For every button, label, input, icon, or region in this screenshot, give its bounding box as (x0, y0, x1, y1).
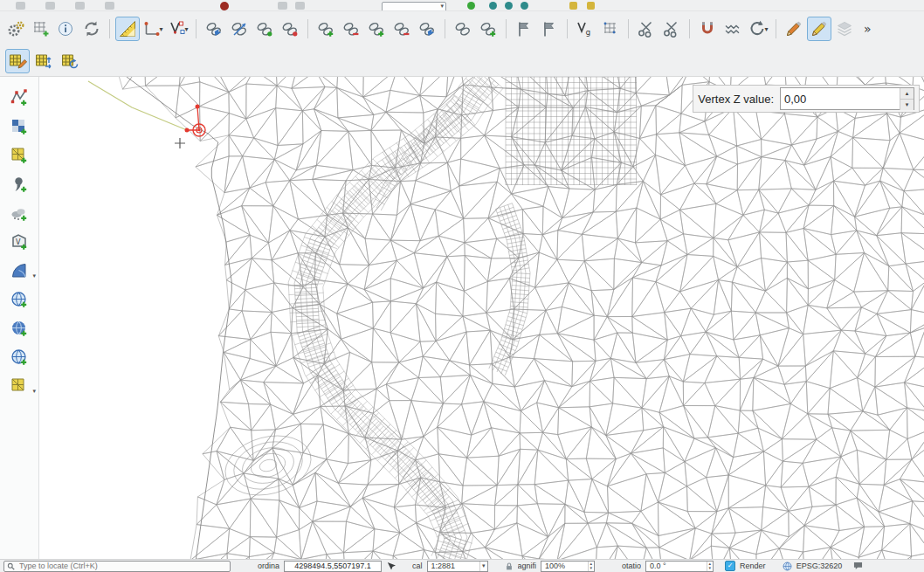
svg-text:V: V (16, 238, 21, 245)
record-icon[interactable] (220, 2, 229, 10)
add-delimited-text-layer-icon (10, 175, 29, 196)
remove-face-button[interactable] (390, 17, 414, 41)
add-face-icon (367, 19, 386, 38)
toolbar-overflow-icon: » (860, 19, 879, 38)
trim-mesh-button[interactable] (659, 17, 684, 41)
rotate-tool-button[interactable]: ▾ (746, 17, 770, 41)
locate-search[interactable] (3, 561, 231, 572)
snapping-icon (698, 19, 717, 38)
toolbar-separator (109, 19, 110, 38)
add-raster-layer-button[interactable] (8, 116, 31, 139)
vertex-z-label: Vertex Z value: (698, 93, 774, 106)
refine-faces-button[interactable] (476, 17, 500, 41)
digitize-mesh-icon (810, 19, 829, 38)
add-vertex-icon (316, 19, 335, 38)
advanced-digitizing-button[interactable] (115, 17, 140, 41)
add-face-button[interactable] (364, 17, 389, 41)
mesh-info-button[interactable] (54, 17, 79, 41)
add-virtual-layer-icon: V (10, 232, 29, 254)
spin-arrows-icon[interactable]: ▴▾ (588, 562, 595, 571)
crs-status[interactable]: EPSG:32620 (796, 562, 843, 570)
force-by-selection-icon (204, 19, 224, 38)
mesh-reindex-button[interactable] (58, 49, 82, 73)
partial-toolbar-icon[interactable] (489, 2, 497, 10)
chevron-down-icon[interactable]: ▾ (184, 25, 188, 33)
add-vertex-button[interactable] (314, 17, 338, 41)
move-elements-button[interactable] (415, 17, 439, 41)
partial-toolbar-icon[interactable] (75, 2, 85, 10)
reindex-mesh-button[interactable] (721, 17, 745, 41)
chevron-down-icon[interactable]: ▾ (32, 388, 36, 395)
lock-scale-icon[interactable] (505, 562, 514, 571)
add-delimited-text-layer-button[interactable] (8, 174, 31, 196)
vertex-z-input[interactable] (781, 90, 900, 107)
row1-combobox[interactable] (382, 2, 446, 11)
vertex-z-increment-button[interactable]: ▴ (900, 88, 914, 100)
add-web-layer-button[interactable]: ▾ (8, 376, 31, 398)
toolbar-separator (307, 19, 308, 38)
partial-toolbar-icon[interactable] (587, 2, 595, 10)
flip-edges-button[interactable] (227, 17, 252, 41)
select-by-expression-button[interactable]: g (573, 17, 597, 41)
processing-gears-button[interactable] (3, 17, 28, 41)
add-mesh-layer-button[interactable] (8, 145, 31, 168)
split-faces-button[interactable] (278, 17, 302, 41)
delimit-area-2-button[interactable] (537, 17, 562, 41)
extent-pointer-icon[interactable] (386, 562, 396, 571)
edit-topology-button[interactable] (598, 17, 623, 41)
rotation-spinbox[interactable]: 0.0 ° ▴▾ (645, 561, 714, 572)
mesh-transform-button[interactable] (31, 49, 56, 73)
mesh-reindex-icon (60, 52, 79, 71)
vertex-z-spinbox[interactable]: ▴ ▾ (780, 87, 914, 110)
toggle-editing-button[interactable] (782, 17, 806, 41)
partial-toolbar-icon[interactable] (45, 2, 55, 10)
svg-text:»: » (864, 22, 872, 36)
add-wms-layer-button[interactable] (8, 289, 31, 312)
remove-vertex-button[interactable] (339, 17, 363, 41)
force-by-selection-button[interactable] (202, 17, 226, 41)
add-wfs-layer-button[interactable] (8, 318, 31, 341)
spin-arrows-icon[interactable]: ▴▾ (707, 562, 714, 571)
partial-toolbar-icon[interactable] (505, 2, 513, 10)
smooth-mesh-button[interactable] (451, 17, 475, 41)
partial-toolbar-icon[interactable] (278, 2, 287, 10)
chevron-down-icon[interactable]: ▾ (32, 272, 36, 279)
messages-icon[interactable] (853, 562, 863, 570)
partial-toolbar-icon[interactable] (569, 2, 577, 10)
save-edits-button[interactable] (832, 17, 857, 41)
toolbar-overflow-button[interactable]: » (858, 17, 882, 41)
toggle-mesh-editing-button[interactable] (5, 49, 30, 73)
chevron-down-icon[interactable]: ▾ (159, 25, 162, 33)
chevron-down-icon[interactable]: ▾ (479, 562, 487, 571)
locate-input[interactable] (17, 562, 213, 571)
digitize-mesh-button[interactable] (807, 17, 831, 41)
add-wcs-layer-button[interactable] (8, 347, 31, 369)
crs-globe-icon[interactable] (783, 562, 792, 571)
scale-combobox[interactable]: 1:2881 ▾ (427, 561, 488, 572)
add-mesh-layer-icon (10, 146, 29, 168)
chevron-down-icon[interactable]: ▾ (764, 25, 768, 33)
partial-toolbar-icon[interactable] (521, 2, 528, 10)
cad-construction-button[interactable]: ▾ (141, 17, 165, 41)
delimit-area-1-button[interactable] (512, 17, 536, 41)
add-point-cloud-layer-button[interactable] (8, 203, 31, 225)
snapping-button[interactable] (695, 17, 720, 41)
map-canvas[interactable]: Vertex Z value: ▴ ▾ (39, 77, 924, 559)
magnifier-spinbox[interactable]: 100% ▴▾ (541, 561, 595, 572)
main-area: V▾▾ Vertex Z value: ▴ ▾ (0, 77, 924, 559)
render-checkbox[interactable]: ✓ (725, 561, 735, 571)
add-virtual-layer-button[interactable]: V (8, 231, 31, 254)
mesh-reload-button[interactable] (79, 17, 104, 41)
add-database-layer-button[interactable]: ▾ (8, 260, 31, 283)
split-mesh-button[interactable] (634, 17, 659, 41)
partial-toolbar-icon[interactable] (16, 2, 25, 10)
vertex-tool-button[interactable]: ▾ (166, 17, 190, 41)
add-vector-layer-button[interactable] (8, 87, 31, 110)
vertex-z-decrement-button[interactable]: ▾ (900, 100, 914, 110)
partial-toolbar-icon[interactable] (105, 2, 114, 10)
coordinate-input[interactable] (284, 561, 382, 572)
mesh-calculator-button[interactable] (29, 17, 53, 41)
partial-toolbar-icon[interactable] (295, 2, 305, 10)
merge-faces-button[interactable] (252, 17, 277, 41)
add-icon[interactable] (467, 2, 475, 10)
